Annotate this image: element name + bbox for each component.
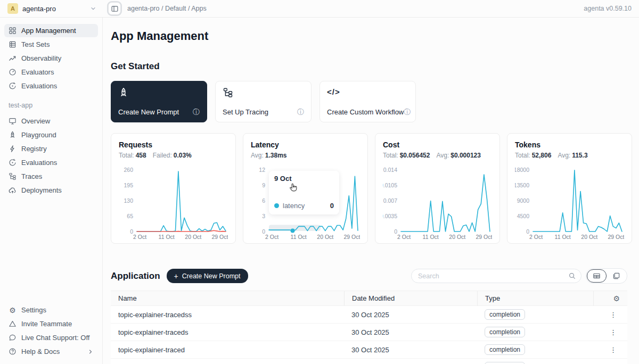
svg-text:29 Oct: 29 Oct — [343, 234, 360, 240]
table-view-button[interactable] — [587, 269, 607, 283]
column-header-date-modified[interactable]: Date Modified — [344, 291, 477, 305]
panel-left-icon — [111, 5, 119, 13]
card-label: Set Up Tracing — [223, 108, 268, 116]
gear-icon[interactable]: ⚙ — [613, 294, 620, 303]
type-badge: completion — [485, 362, 525, 364]
svg-text:29 Oct: 29 Oct — [608, 234, 624, 240]
chart-stat: Avg:$0.000123 — [436, 152, 481, 159]
row-actions-cell: ⋮ — [593, 328, 627, 336]
type-badge: completion — [485, 309, 525, 320]
table-row[interactable]: topic-explainer-traceds30 Oct 2025comple… — [111, 324, 627, 341]
sidebar-item-deployments[interactable]: Deployments — [4, 184, 98, 197]
sidebar-main-nav: App ManagementTest SetsObservabilityEval… — [4, 24, 98, 93]
chart-stats: Total:458Failed:0.03% — [119, 152, 228, 159]
app-name-cell: topic-explainer-traced — [111, 346, 344, 354]
tooltip-date: 9 Oct — [274, 175, 334, 183]
svg-text:20 Oct: 20 Oct — [185, 234, 201, 240]
svg-text:18000: 18000 — [515, 167, 529, 173]
svg-text:6: 6 — [262, 197, 265, 204]
chart-plot-tokens[interactable]: 18000135009000450002 Oct11 Oct20 Oct29 O… — [515, 162, 624, 242]
row-actions-cell: ⋮ — [593, 346, 627, 354]
table-row[interactable]: career-assessment27 Oct 2025completion⋮ — [111, 359, 627, 364]
sidebar-item-invite-teammate[interactable]: Invite Teammate — [4, 317, 98, 330]
table-header: NameDate ModifiedType⚙ — [111, 291, 627, 306]
search-icon[interactable] — [568, 272, 576, 280]
info-icon[interactable]: ⓘ — [404, 109, 411, 115]
metric-card-tokens: TokensTotal:52,806Avg:115.31800013500900… — [507, 133, 632, 244]
svg-text:65: 65 — [127, 213, 133, 219]
svg-text:130: 130 — [124, 197, 133, 204]
sidebar-app-nav: OverviewPlaygroundRegistryEvaluationsTra… — [4, 114, 98, 197]
card-label: Create New Prompt — [118, 108, 179, 116]
workspace-switcher[interactable]: A agenta-pro — [0, 0, 103, 17]
svg-text:2 Oct: 2 Oct — [397, 234, 411, 240]
card-view-button[interactable] — [607, 269, 626, 283]
chart-stats: Avg:1.38ms — [251, 152, 360, 159]
sidebar-item-playground[interactable]: Playground — [4, 128, 98, 142]
sidebar-item-label: Evaluations — [21, 159, 57, 167]
sidebar-item-evaluations[interactable]: Evaluations — [4, 79, 98, 93]
kebab-menu-icon[interactable]: ⋮ — [610, 346, 617, 354]
sidebar-item-live-chat-support-off[interactable]: Live Chat Support: Off — [4, 331, 98, 344]
kebab-menu-icon[interactable]: ⋮ — [610, 328, 617, 336]
sidebar-item-help-docs[interactable]: Help & Docs — [4, 345, 98, 358]
application-heading: Application — [111, 271, 160, 282]
sidebar-item-label: Live Chat Support: Off — [21, 334, 89, 342]
svg-text:11 Oct: 11 Oct — [291, 234, 307, 240]
info-icon[interactable]: ⓘ — [297, 109, 304, 115]
table-row[interactable]: topic-explainer-traced30 Oct 2025complet… — [111, 341, 627, 359]
create-custom-workflow-card[interactable]: </> Create Custom Workflow ⓘ — [320, 81, 416, 122]
chart-plot-cost[interactable]: 0.0140.01050.0070.003502 Oct11 Oct20 Oct… — [383, 162, 492, 242]
create-new-prompt-card[interactable]: Create New Prompt ⓘ — [111, 81, 207, 122]
svg-text:20 Oct: 20 Oct — [449, 234, 465, 240]
workspace-avatar: A — [7, 3, 18, 14]
sidebar-item-app-management[interactable]: App Management — [4, 24, 98, 37]
app-window: A agenta-pro agenta-pro / Default / Apps… — [0, 0, 639, 364]
metric-card-requests: RequestsTotal:458Failed:0.03%26019513065… — [111, 133, 236, 244]
search-input[interactable] — [411, 269, 581, 283]
sidebar-item-observability[interactable]: Observability — [4, 52, 98, 65]
chart-title: Latency — [251, 140, 360, 149]
svg-text:20 Oct: 20 Oct — [317, 234, 333, 240]
column-header-type[interactable]: Type — [477, 291, 593, 305]
chart-plot-requests[interactable]: 2601951306502 Oct11 Oct20 Oct29 Oct — [119, 162, 228, 242]
set-up-tracing-card[interactable]: Set Up Tracing ⓘ — [215, 81, 312, 122]
sidebar-item-label: Settings — [21, 306, 46, 314]
table-row[interactable]: topic-explainer-tracedss30 Oct 2025compl… — [111, 306, 627, 324]
search-box — [411, 269, 581, 283]
svg-text:20 Oct: 20 Oct — [581, 234, 597, 240]
sidebar-collapse-button[interactable] — [108, 2, 121, 15]
chart-tooltip: 9 Octlatency0 — [269, 171, 339, 214]
svg-text:11 Oct: 11 Oct — [555, 234, 571, 240]
tooltip-value: 0 — [330, 202, 334, 210]
chart-stats: Total:$0.056452Avg:$0.000123 — [383, 152, 492, 159]
rocket-icon — [9, 131, 17, 139]
svg-text:0.0035: 0.0035 — [383, 213, 397, 219]
sidebar-item-evaluations[interactable]: Evaluations — [4, 156, 98, 169]
info-icon[interactable]: ⓘ — [193, 109, 200, 115]
type-cell: completion — [477, 362, 593, 364]
date-modified-cell: 30 Oct 2025 — [344, 311, 477, 319]
sidebar-item-label: Registry — [21, 145, 47, 153]
sidebar-item-label: Observability — [21, 54, 61, 62]
sidebar-item-registry[interactable]: Registry — [4, 142, 98, 155]
create-new-prompt-button[interactable]: + Create New Prompt — [167, 269, 248, 283]
kebab-menu-icon[interactable]: ⋮ — [610, 311, 617, 319]
sidebar-item-label: Test Sets — [21, 40, 50, 48]
svg-text:12: 12 — [259, 167, 265, 173]
chevron-down-icon — [89, 5, 97, 12]
sidebar-item-settings[interactable]: ⚙Settings — [4, 303, 98, 317]
sidebar-item-evaluators[interactable]: Evaluators — [4, 65, 98, 79]
tracing-icon — [223, 87, 233, 98]
breadcrumb[interactable]: agenta-pro / Default / Apps — [127, 5, 207, 12]
monitor-icon — [9, 117, 17, 125]
svg-text:4500: 4500 — [517, 213, 530, 219]
column-header-name[interactable]: Name — [111, 291, 344, 305]
type-cell: completion — [477, 344, 593, 355]
sidebar-item-overview[interactable]: Overview — [4, 114, 98, 128]
chart-title: Tokens — [515, 140, 624, 149]
gear-icon: ⚙ — [9, 306, 17, 314]
sidebar-item-test-sets[interactable]: Test Sets — [4, 38, 98, 51]
sidebar-item-traces[interactable]: Traces — [4, 170, 98, 183]
chart-stat: Total:$0.056452 — [383, 152, 430, 159]
